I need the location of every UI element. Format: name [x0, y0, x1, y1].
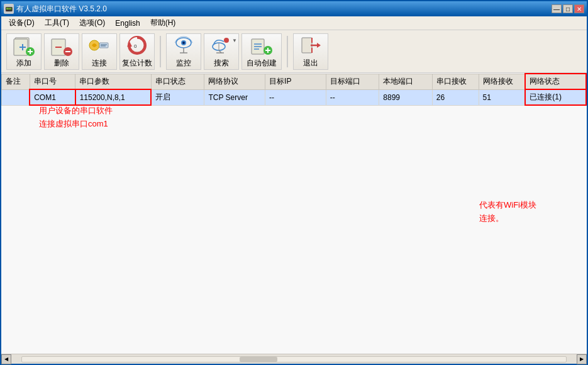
svg-rect-12 [99, 43, 108, 48]
cell-target-ip: -- [265, 89, 326, 105]
annotation-right: 代表有WiFi模块 连接。 [479, 199, 536, 225]
separator-2 [287, 36, 288, 67]
annotation-left-line2: 连接虚拟串口com1 [39, 118, 113, 131]
cell-port: COM1 [30, 89, 75, 105]
exit-button[interactable]: 退出 [293, 33, 328, 70]
main-content: 备注 串口号 串口参数 串口状态 网络协议 目标IP 目标端口 本地端口 串口接… [1, 73, 587, 354]
scroll-thumb[interactable] [240, 357, 277, 362]
cell-serial-recv: 26 [432, 89, 479, 105]
scroll-area: ◀ ▶ [1, 354, 587, 364]
title-bar-left: 📟 有人虚拟串口软件 V3.5.2.0 [4, 4, 107, 14]
annotation-right-line1: 代表有WiFi模块 [479, 199, 536, 212]
annotation-left-line1: 用户设备的串口软件 [39, 104, 113, 118]
cell-note [2, 89, 30, 105]
cell-protocol: TCP Server [204, 89, 265, 105]
annotation-left: 用户设备的串口软件 连接虚拟串口com1 [39, 104, 113, 131]
reset-icon: 0 [126, 34, 148, 57]
close-button[interactable]: ✕ [574, 4, 584, 13]
menu-bar: 设备(D) 工具(T) 选项(O) English 帮助(H) [1, 16, 587, 30]
main-window: 📟 有人虚拟串口软件 V3.5.2.0 — □ ✕ 设备(D) 工具(T) 选项… [0, 0, 588, 365]
col-header-protocol: 网络协议 [204, 74, 265, 89]
scroll-track[interactable] [21, 356, 567, 362]
svg-rect-35 [302, 38, 312, 53]
col-header-target-port: 目标端口 [326, 74, 379, 89]
add-icon [13, 34, 35, 57]
monitor-icon [172, 34, 195, 57]
toolbar: 添加 删除 [1, 30, 587, 73]
col-header-net-recv: 网络接收 [479, 74, 525, 89]
exit-icon [299, 34, 322, 57]
delete-button[interactable]: 删除 [44, 33, 79, 70]
separator-1 [160, 36, 161, 67]
monitor-label: 监控 [176, 58, 191, 69]
connect-button[interactable]: 连接 [82, 33, 117, 70]
exit-label: 退出 [303, 58, 318, 69]
cell-target-port: -- [326, 89, 379, 105]
cell-params: 115200,N,8,1 [75, 89, 152, 105]
title-bar: 📟 有人虚拟串口软件 V3.5.2.0 — □ ✕ [1, 1, 587, 16]
connect-label: 连接 [92, 58, 107, 69]
title-bar-controls: — □ ✕ [552, 4, 584, 13]
scroll-left-arrow[interactable]: ◀ [1, 354, 11, 364]
cell-net-status: 已连接(1) [525, 89, 586, 105]
auto-label: 自动创建 [247, 58, 277, 69]
cell-net-recv: 51 [479, 89, 525, 105]
search-icon [210, 34, 233, 57]
menu-help[interactable]: 帮助(H) [145, 16, 181, 30]
minimize-button[interactable]: — [552, 4, 562, 13]
col-header-status: 串口状态 [151, 74, 204, 89]
add-button[interactable]: 添加 [6, 33, 42, 70]
connect-icon [88, 34, 111, 57]
col-header-local-port: 本地端口 [379, 74, 433, 89]
annotation-right-line2: 连接。 [479, 212, 536, 225]
menu-tools[interactable]: 工具(T) [40, 16, 74, 30]
app-icon: 📟 [4, 4, 14, 14]
col-header-params: 串口参数 [75, 74, 152, 89]
search-label: 搜索 [214, 58, 229, 69]
add-label: 添加 [16, 58, 31, 69]
col-header-port: 串口号 [30, 74, 75, 89]
maximize-button[interactable]: □ [563, 4, 573, 13]
delete-label: 删除 [54, 58, 69, 69]
col-header-note: 备注 [2, 74, 30, 89]
auto-button[interactable]: 自动创建 [241, 33, 282, 70]
menu-options[interactable]: 选项(O) [74, 16, 110, 30]
search-dropdown-arrow[interactable]: ▼ [232, 38, 237, 43]
menu-device[interactable]: 设备(D) [4, 16, 40, 30]
table-header-row: 备注 串口号 串口参数 串口状态 网络协议 目标IP 目标端口 本地端口 串口接… [2, 74, 587, 89]
col-header-serial-recv: 串口接收 [432, 74, 479, 89]
table-row[interactable]: COM1 115200,N,8,1 开启 TCP Server -- -- 88… [2, 89, 587, 105]
cell-status: 开启 [151, 89, 204, 105]
auto-icon [250, 34, 273, 57]
col-header-net-status: 网络状态 [525, 74, 586, 89]
svg-point-27 [224, 38, 229, 43]
menu-english[interactable]: English [110, 18, 145, 29]
search-button[interactable]: 搜索 ▼ [204, 33, 239, 70]
svg-text:0: 0 [134, 43, 137, 49]
reset-button[interactable]: 0 复位计数 [119, 33, 155, 70]
data-table: 备注 串口号 串口参数 串口状态 网络协议 目标IP 目标端口 本地端口 串口接… [1, 73, 587, 106]
svg-point-20 [182, 42, 185, 44]
reset-label: 复位计数 [122, 58, 152, 69]
cell-local-port: 8899 [379, 89, 433, 105]
col-header-target-ip: 目标IP [265, 74, 326, 89]
monitor-button[interactable]: 监控 [166, 33, 201, 70]
delete-icon [50, 34, 73, 57]
window-title: 有人虚拟串口软件 V3.5.2.0 [16, 4, 107, 14]
scroll-right-arrow[interactable]: ▶ [577, 354, 587, 364]
svg-marker-37 [317, 43, 321, 48]
